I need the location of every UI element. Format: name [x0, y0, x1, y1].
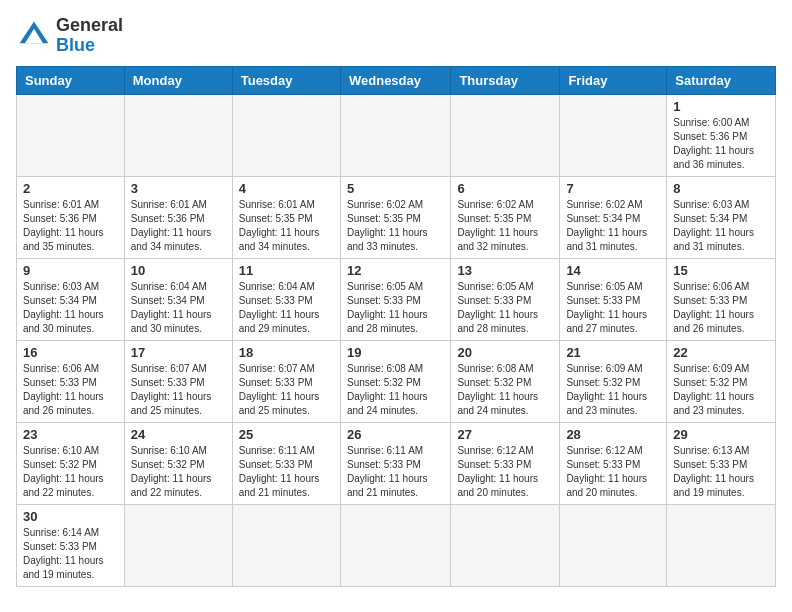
calendar-cell	[340, 94, 450, 176]
day-info: Sunrise: 6:13 AM Sunset: 5:33 PM Dayligh…	[673, 444, 769, 500]
day-number: 12	[347, 263, 444, 278]
day-info: Sunrise: 6:02 AM Sunset: 5:35 PM Dayligh…	[457, 198, 553, 254]
day-number: 6	[457, 181, 553, 196]
day-info: Sunrise: 6:04 AM Sunset: 5:34 PM Dayligh…	[131, 280, 226, 336]
calendar-cell	[560, 94, 667, 176]
calendar-cell: 15Sunrise: 6:06 AM Sunset: 5:33 PM Dayli…	[667, 258, 776, 340]
calendar-cell: 24Sunrise: 6:10 AM Sunset: 5:32 PM Dayli…	[124, 422, 232, 504]
day-info: Sunrise: 6:07 AM Sunset: 5:33 PM Dayligh…	[131, 362, 226, 418]
calendar-cell	[451, 504, 560, 586]
day-number: 15	[673, 263, 769, 278]
day-info: Sunrise: 6:02 AM Sunset: 5:34 PM Dayligh…	[566, 198, 660, 254]
calendar-week-4: 23Sunrise: 6:10 AM Sunset: 5:32 PM Dayli…	[17, 422, 776, 504]
calendar-cell: 13Sunrise: 6:05 AM Sunset: 5:33 PM Dayli…	[451, 258, 560, 340]
day-number: 16	[23, 345, 118, 360]
day-info: Sunrise: 6:05 AM Sunset: 5:33 PM Dayligh…	[347, 280, 444, 336]
day-header-sunday: Sunday	[17, 66, 125, 94]
calendar-cell: 1Sunrise: 6:00 AM Sunset: 5:36 PM Daylig…	[667, 94, 776, 176]
day-number: 17	[131, 345, 226, 360]
day-number: 9	[23, 263, 118, 278]
calendar-cell: 6Sunrise: 6:02 AM Sunset: 5:35 PM Daylig…	[451, 176, 560, 258]
day-info: Sunrise: 6:05 AM Sunset: 5:33 PM Dayligh…	[457, 280, 553, 336]
calendar-cell: 17Sunrise: 6:07 AM Sunset: 5:33 PM Dayli…	[124, 340, 232, 422]
calendar-cell: 23Sunrise: 6:10 AM Sunset: 5:32 PM Dayli…	[17, 422, 125, 504]
logo-general: General	[56, 15, 123, 35]
day-header-saturday: Saturday	[667, 66, 776, 94]
calendar-cell: 7Sunrise: 6:02 AM Sunset: 5:34 PM Daylig…	[560, 176, 667, 258]
calendar-week-2: 9Sunrise: 6:03 AM Sunset: 5:34 PM Daylig…	[17, 258, 776, 340]
day-info: Sunrise: 6:12 AM Sunset: 5:33 PM Dayligh…	[566, 444, 660, 500]
calendar-cell: 5Sunrise: 6:02 AM Sunset: 5:35 PM Daylig…	[340, 176, 450, 258]
header-row: SundayMondayTuesdayWednesdayThursdayFrid…	[17, 66, 776, 94]
calendar-cell	[232, 94, 340, 176]
day-header-tuesday: Tuesday	[232, 66, 340, 94]
calendar-cell	[560, 504, 667, 586]
calendar-cell: 12Sunrise: 6:05 AM Sunset: 5:33 PM Dayli…	[340, 258, 450, 340]
logo-text: General Blue	[56, 16, 123, 56]
day-number: 30	[23, 509, 118, 524]
calendar-week-3: 16Sunrise: 6:06 AM Sunset: 5:33 PM Dayli…	[17, 340, 776, 422]
calendar-cell: 30Sunrise: 6:14 AM Sunset: 5:33 PM Dayli…	[17, 504, 125, 586]
day-number: 22	[673, 345, 769, 360]
day-info: Sunrise: 6:01 AM Sunset: 5:35 PM Dayligh…	[239, 198, 334, 254]
day-number: 1	[673, 99, 769, 114]
day-info: Sunrise: 6:04 AM Sunset: 5:33 PM Dayligh…	[239, 280, 334, 336]
day-info: Sunrise: 6:01 AM Sunset: 5:36 PM Dayligh…	[23, 198, 118, 254]
calendar-cell: 19Sunrise: 6:08 AM Sunset: 5:32 PM Dayli…	[340, 340, 450, 422]
calendar-cell	[667, 504, 776, 586]
day-number: 10	[131, 263, 226, 278]
calendar-cell: 3Sunrise: 6:01 AM Sunset: 5:36 PM Daylig…	[124, 176, 232, 258]
calendar-cell	[124, 504, 232, 586]
calendar-cell: 16Sunrise: 6:06 AM Sunset: 5:33 PM Dayli…	[17, 340, 125, 422]
day-number: 13	[457, 263, 553, 278]
calendar-cell	[451, 94, 560, 176]
day-info: Sunrise: 6:08 AM Sunset: 5:32 PM Dayligh…	[347, 362, 444, 418]
calendar-cell	[340, 504, 450, 586]
day-number: 7	[566, 181, 660, 196]
calendar-cell: 10Sunrise: 6:04 AM Sunset: 5:34 PM Dayli…	[124, 258, 232, 340]
day-info: Sunrise: 6:06 AM Sunset: 5:33 PM Dayligh…	[673, 280, 769, 336]
day-number: 24	[131, 427, 226, 442]
day-header-monday: Monday	[124, 66, 232, 94]
calendar-cell: 9Sunrise: 6:03 AM Sunset: 5:34 PM Daylig…	[17, 258, 125, 340]
calendar-cell: 4Sunrise: 6:01 AM Sunset: 5:35 PM Daylig…	[232, 176, 340, 258]
day-info: Sunrise: 6:09 AM Sunset: 5:32 PM Dayligh…	[673, 362, 769, 418]
day-info: Sunrise: 6:02 AM Sunset: 5:35 PM Dayligh…	[347, 198, 444, 254]
calendar-cell: 18Sunrise: 6:07 AM Sunset: 5:33 PM Dayli…	[232, 340, 340, 422]
calendar-cell: 25Sunrise: 6:11 AM Sunset: 5:33 PM Dayli…	[232, 422, 340, 504]
day-number: 19	[347, 345, 444, 360]
day-info: Sunrise: 6:10 AM Sunset: 5:32 PM Dayligh…	[131, 444, 226, 500]
day-info: Sunrise: 6:12 AM Sunset: 5:33 PM Dayligh…	[457, 444, 553, 500]
day-number: 4	[239, 181, 334, 196]
calendar-cell	[124, 94, 232, 176]
day-info: Sunrise: 6:10 AM Sunset: 5:32 PM Dayligh…	[23, 444, 118, 500]
day-number: 5	[347, 181, 444, 196]
calendar-cell	[17, 94, 125, 176]
day-info: Sunrise: 6:03 AM Sunset: 5:34 PM Dayligh…	[673, 198, 769, 254]
day-number: 18	[239, 345, 334, 360]
day-header-wednesday: Wednesday	[340, 66, 450, 94]
calendar-cell: 22Sunrise: 6:09 AM Sunset: 5:32 PM Dayli…	[667, 340, 776, 422]
day-info: Sunrise: 6:08 AM Sunset: 5:32 PM Dayligh…	[457, 362, 553, 418]
calendar-cell: 29Sunrise: 6:13 AM Sunset: 5:33 PM Dayli…	[667, 422, 776, 504]
calendar-week-5: 30Sunrise: 6:14 AM Sunset: 5:33 PM Dayli…	[17, 504, 776, 586]
calendar-cell: 2Sunrise: 6:01 AM Sunset: 5:36 PM Daylig…	[17, 176, 125, 258]
day-number: 29	[673, 427, 769, 442]
calendar-cell: 14Sunrise: 6:05 AM Sunset: 5:33 PM Dayli…	[560, 258, 667, 340]
day-number: 14	[566, 263, 660, 278]
day-info: Sunrise: 6:11 AM Sunset: 5:33 PM Dayligh…	[239, 444, 334, 500]
day-info: Sunrise: 6:01 AM Sunset: 5:36 PM Dayligh…	[131, 198, 226, 254]
calendar-cell: 26Sunrise: 6:11 AM Sunset: 5:33 PM Dayli…	[340, 422, 450, 504]
day-number: 27	[457, 427, 553, 442]
day-number: 25	[239, 427, 334, 442]
day-number: 3	[131, 181, 226, 196]
day-info: Sunrise: 6:03 AM Sunset: 5:34 PM Dayligh…	[23, 280, 118, 336]
day-header-friday: Friday	[560, 66, 667, 94]
calendar-cell: 11Sunrise: 6:04 AM Sunset: 5:33 PM Dayli…	[232, 258, 340, 340]
day-info: Sunrise: 6:11 AM Sunset: 5:33 PM Dayligh…	[347, 444, 444, 500]
calendar-cell	[232, 504, 340, 586]
day-number: 21	[566, 345, 660, 360]
day-number: 23	[23, 427, 118, 442]
calendar-body: 1Sunrise: 6:00 AM Sunset: 5:36 PM Daylig…	[17, 94, 776, 586]
day-number: 2	[23, 181, 118, 196]
